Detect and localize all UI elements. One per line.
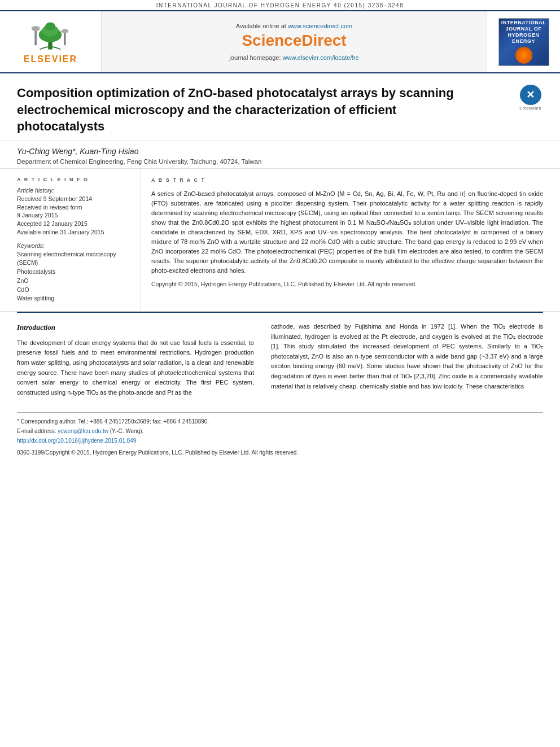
- abstract-text: A series of ZnO-based photocatalyst arra…: [151, 189, 543, 276]
- sciencedirect-url[interactable]: www.sciencedirect.com: [288, 23, 352, 29]
- available-online-text: Available online at www.sciencedirect.co…: [236, 23, 352, 29]
- received-date: Received 9 September 2014: [17, 195, 132, 203]
- corresponding-author-text: * Corresponding author. Tel.: +886 4 245…: [17, 418, 209, 425]
- authors-names: Yu-Ching Weng*, Kuan-Ting Hsiao: [17, 147, 543, 156]
- journal-homepage-url[interactable]: www.elsevier.com/locate/he: [283, 54, 359, 61]
- header-section: ELSEVIER Available online at www.science…: [0, 11, 560, 73]
- article-info-title: A R T I C L E I N F O: [17, 177, 132, 182]
- accepted-date: Accepted 12 January 2015: [17, 220, 132, 228]
- corresponding-author-note: * Corresponding author. Tel.: +886 4 245…: [17, 417, 543, 426]
- intro-paragraph-right: cathode, was described by Fujishima and …: [271, 322, 543, 391]
- article-title: Composition optimization of ZnO-based ph…: [17, 85, 480, 135]
- intro-paragraph-left: The development of clean energy systems …: [17, 338, 254, 398]
- body-right-column: cathode, was described by Fujishima and …: [265, 322, 543, 401]
- keyword-secm: Scanning electrochemical microscopy (SEC…: [17, 250, 132, 268]
- journal-bar-text: INTERNATIONAL JOURNAL OF HYDROGEN ENERGY…: [156, 2, 404, 8]
- sciencedirect-logo: ScienceDirect: [242, 32, 346, 50]
- article-info-abstract-columns: A R T I C L E I N F O Article history: R…: [0, 169, 560, 312]
- journal-cover-graphic: [515, 47, 532, 64]
- title-section: Composition optimization of ZnO-based ph…: [0, 73, 560, 141]
- authors-section: Yu-Ching Weng*, Kuan-Ting Hsiao Departme…: [0, 141, 560, 169]
- email-note: E-mail address: ycweng@fcu.edu.tw (Y.-C.…: [17, 427, 543, 435]
- email-label: E-mail address:: [17, 428, 56, 434]
- email-suffix: (Y.-C. Weng).: [110, 428, 144, 434]
- abstract-title: A B S T R A C T: [151, 177, 543, 185]
- journal-cover: International Journal ofHYDROGENENERGY: [498, 18, 549, 66]
- keywords-section: Keywords: Scanning electrochemical micro…: [17, 242, 132, 304]
- doi-link[interactable]: http://dx.doi.org/10.1016/j.ijhydene.201…: [17, 438, 136, 444]
- article-history-label: Article history:: [17, 187, 132, 194]
- authors-affiliation: Department of Chemical Engineering, Feng…: [17, 158, 543, 165]
- introduction-heading: Introduction: [17, 322, 254, 334]
- keyword-cdo: CdO: [17, 286, 132, 295]
- crossmark-badge[interactable]: ✕ CrossMark: [518, 85, 543, 110]
- svg-point-3: [45, 23, 55, 31]
- body-content: Introduction The development of clean en…: [0, 322, 560, 401]
- sciencedirect-area: Available online at www.sciencedirect.co…: [102, 11, 487, 72]
- keyword-water-splitting: Water splitting: [17, 294, 132, 303]
- journal-bar: INTERNATIONAL JOURNAL OF HYDROGEN ENERGY…: [0, 0, 560, 11]
- elsevier-logo: ELSEVIER: [24, 19, 77, 64]
- journal-cover-title: International Journal ofHYDROGENENERGY: [499, 20, 549, 44]
- doi-note: http://dx.doi.org/10.1016/j.ijhydene.201…: [17, 436, 543, 445]
- keyword-zno: ZnO: [17, 277, 132, 286]
- abstract-column: A B S T R A C T A series of ZnO-based ph…: [141, 169, 543, 311]
- crossmark-label: CrossMark: [519, 106, 541, 110]
- footer-issn-text: 0360-3199/Copyright © 2015, Hydrogen Ene…: [17, 449, 298, 456]
- elsevier-logo-area: ELSEVIER: [0, 11, 102, 72]
- abstract-copyright: Copyright © 2015, Hydrogen Energy Public…: [151, 280, 543, 289]
- journal-cover-area: International Journal ofHYDROGENENERGY: [487, 11, 560, 72]
- article-info-column: A R T I C L E I N F O Article history: R…: [17, 169, 141, 311]
- elsevier-tree-icon: [28, 19, 73, 53]
- svg-rect-6: [64, 32, 66, 45]
- footer-copyright: 0360-3199/Copyright © 2015, Hydrogen Ene…: [0, 446, 560, 461]
- svg-rect-4: [35, 29, 37, 45]
- revised-label: Received in revised form: [17, 203, 132, 212]
- elsevier-wordmark: ELSEVIER: [24, 54, 77, 64]
- journal-homepage-line: journal homepage: www.elsevier.com/locat…: [229, 54, 358, 61]
- crossmark-icon: ✕: [520, 85, 541, 105]
- svg-point-7: [62, 29, 69, 33]
- section-divider: [17, 312, 543, 313]
- revised-date: 9 January 2015: [17, 211, 132, 220]
- body-left-column: Introduction The development of clean en…: [17, 322, 265, 401]
- keywords-label: Keywords:: [17, 242, 132, 249]
- keyword-photocatalysts: Photocatalysts: [17, 268, 132, 277]
- svg-point-5: [32, 26, 40, 31]
- email-link[interactable]: ycweng@fcu.edu.tw: [58, 428, 108, 434]
- available-online-date: Available online 31 January 2015: [17, 228, 132, 237]
- footnotes-section: * Corresponding author. Tel.: +886 4 245…: [17, 412, 543, 445]
